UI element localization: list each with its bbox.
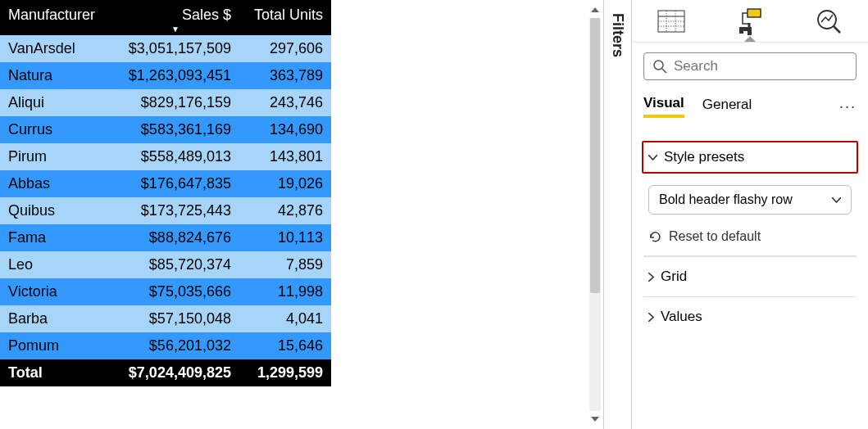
analytics-tab[interactable]: [809, 2, 848, 41]
cell-manufacturer: Barba: [0, 305, 111, 332]
cell-sales: $56,201,032: [111, 332, 239, 359]
reset-label: Reset to default: [669, 229, 761, 244]
cell-manufacturer: Currus: [0, 116, 111, 143]
chevron-down-icon: [832, 197, 841, 203]
cell-sales: $1,263,093,451: [111, 62, 239, 89]
cell-units: 4,041: [239, 305, 331, 332]
table-icon: [657, 10, 685, 33]
cell-units: 42,876: [239, 197, 331, 224]
cell-units: 134,690: [239, 116, 331, 143]
magnify-chart-icon: [816, 8, 842, 34]
search-input[interactable]: [674, 58, 848, 75]
cell-sales: $85,720,374: [111, 251, 239, 278]
svg-line-12: [834, 26, 840, 33]
cell-manufacturer: Natura: [0, 62, 111, 89]
svg-rect-7: [743, 27, 748, 31]
cell-units: 10,113: [239, 224, 331, 251]
values-section-header[interactable]: Values: [643, 296, 857, 336]
cell-units: 19,026: [239, 170, 331, 197]
svg-rect-8: [748, 27, 752, 35]
grid-section-header[interactable]: Grid: [643, 256, 857, 296]
cell-units: 11,998: [239, 278, 331, 305]
reset-icon: [648, 230, 662, 244]
cell-units: 363,789: [239, 62, 331, 89]
search-icon: [652, 59, 667, 74]
table-row[interactable]: Barba$57,150,0484,041: [0, 305, 331, 332]
cell-sales: $558,489,013: [111, 143, 239, 170]
cell-sales: $57,150,048: [111, 305, 239, 332]
canvas-spacer: [331, 0, 587, 429]
table-row[interactable]: Quibus$173,725,44342,876: [0, 197, 331, 224]
cell-units: 243,746: [239, 89, 331, 116]
paint-roller-icon: [736, 7, 764, 35]
cell-units: 143,801: [239, 143, 331, 170]
svg-rect-10: [748, 23, 751, 27]
table-row[interactable]: Pomum$56,201,03215,646: [0, 332, 331, 359]
style-presets-label: Style presets: [664, 149, 744, 165]
chevron-down-icon: [648, 155, 657, 160]
table-row[interactable]: Victoria$75,035,66611,998: [0, 278, 331, 305]
table-row[interactable]: Abbas$176,647,83519,026: [0, 170, 331, 197]
svg-rect-9: [748, 9, 761, 17]
search-box[interactable]: [643, 52, 857, 80]
cell-sales: $173,725,443: [111, 197, 239, 224]
vertical-scrollbar[interactable]: [587, 0, 603, 429]
build-visual-tab[interactable]: [652, 2, 691, 41]
cell-manufacturer: Aliqui: [0, 89, 111, 116]
cell-units: 7,859: [239, 251, 331, 278]
filters-pane-collapsed[interactable]: Filters: [603, 0, 631, 429]
cell-manufacturer: Leo: [0, 251, 111, 278]
column-header-units[interactable]: Total Units: [239, 0, 331, 35]
header-row: Manufacturer Sales $ ▼ Total Units: [0, 0, 331, 35]
svg-line-14: [662, 69, 666, 73]
cell-units: 15,646: [239, 332, 331, 359]
cell-manufacturer: Victoria: [0, 278, 111, 305]
cell-sales: $75,035,666: [111, 278, 239, 305]
table-row[interactable]: Leo$85,720,3747,859: [0, 251, 331, 278]
scroll-down-arrow-icon[interactable]: [589, 413, 602, 426]
scroll-track[interactable]: [589, 18, 601, 411]
more-options-icon[interactable]: ···: [839, 98, 857, 115]
scroll-up-arrow-icon[interactable]: [589, 3, 602, 16]
totals-row: Total $7,024,409,825 1,299,599: [0, 359, 331, 386]
column-header-manufacturer[interactable]: Manufacturer: [0, 0, 111, 35]
values-label: Values: [661, 309, 702, 325]
style-preset-dropdown[interactable]: Bold header flashy row: [648, 185, 852, 214]
cell-sales: $88,824,676: [111, 224, 239, 251]
chevron-right-icon: [648, 313, 654, 322]
column-header-sales-label: Sales $: [182, 7, 231, 23]
format-pane-body: Visual General ··· Style presets Bold he…: [632, 43, 868, 336]
pane-tabs: [632, 0, 868, 43]
table-visual: Manufacturer Sales $ ▼ Total Units VanAr…: [0, 0, 331, 429]
cell-manufacturer: Pirum: [0, 143, 111, 170]
format-visual-tab[interactable]: [730, 2, 770, 41]
style-presets-header[interactable]: Style presets: [642, 141, 858, 174]
grid-label: Grid: [661, 269, 687, 285]
style-presets-section: Style presets Bold header flashy row Res…: [643, 141, 857, 244]
totals-units: 1,299,599: [239, 359, 331, 386]
table-row[interactable]: Natura$1,263,093,451363,789: [0, 62, 331, 89]
tab-visual[interactable]: Visual: [643, 95, 684, 118]
svg-point-13: [654, 61, 663, 70]
data-table: Manufacturer Sales $ ▼ Total Units VanAr…: [0, 0, 331, 386]
table-row[interactable]: VanArsdel$3,051,157,509297,606: [0, 35, 331, 62]
style-preset-value: Bold header flashy row: [659, 192, 793, 207]
reset-to-default[interactable]: Reset to default: [648, 229, 852, 244]
cell-manufacturer: Quibus: [0, 197, 111, 224]
scroll-thumb[interactable]: [590, 18, 600, 293]
cell-sales: $829,176,159: [111, 89, 239, 116]
chevron-right-icon: [648, 273, 654, 282]
table-row[interactable]: Currus$583,361,169134,690: [0, 116, 331, 143]
cell-manufacturer: Pomum: [0, 332, 111, 359]
table-row[interactable]: Fama$88,824,67610,113: [0, 224, 331, 251]
cell-manufacturer: Abbas: [0, 170, 111, 197]
cell-manufacturer: Fama: [0, 224, 111, 251]
table-row[interactable]: Pirum$558,489,013143,801: [0, 143, 331, 170]
cell-manufacturer: VanArsdel: [0, 35, 111, 62]
totals-sales: $7,024,409,825: [111, 359, 239, 386]
tab-general[interactable]: General: [702, 97, 752, 116]
totals-label: Total: [0, 359, 111, 386]
table-row[interactable]: Aliqui$829,176,159243,746: [0, 89, 331, 116]
column-header-sales[interactable]: Sales $ ▼: [111, 0, 239, 35]
svg-rect-6: [739, 27, 743, 34]
